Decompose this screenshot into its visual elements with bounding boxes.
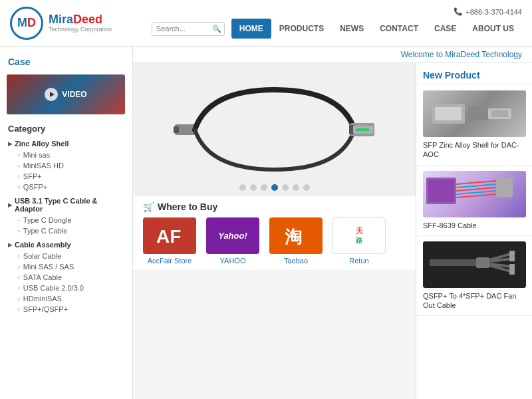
store-retun[interactable]: 天 路 Retun [332,217,386,265]
sff-visual [423,171,516,214]
nav-case[interactable]: CASE [426,19,464,39]
logo-sub: Technology Corporation [49,26,112,33]
svg-rect-15 [428,180,454,202]
svg-rect-13 [491,110,508,117]
sidebar: Case VIDEO Category Zinc Alloy Shell Min… [0,47,133,399]
logo[interactable]: MD MiraDeed Technology Corporation [10,7,112,40]
store-taobao[interactable]: 淘 Taobao [269,217,323,265]
category-child-hdminisas[interactable]: HDminiSAS [0,293,132,304]
svg-rect-11 [468,107,488,120]
svg-line-16 [456,181,496,184]
nav-news[interactable]: NEWS [332,19,372,39]
category-child-usb[interactable]: USB Cable 2.0/3.0 [0,283,132,293]
dot-6[interactable] [293,184,299,191]
taobao-logo: 淘 [269,217,323,254]
category-child-typec-dongle[interactable]: Type C Dongle [0,215,132,225]
case-title: Case [0,53,132,70]
product-qsfp-name: QSFP+ To 4*SFP+ DAC Fan Out Cable [423,291,525,311]
product-sfp-zinc[interactable]: SFP Zinc Alloy Shell for DAC-AOC [416,85,532,166]
svg-rect-10 [435,107,462,120]
sfp-zinc-visual [428,94,521,134]
category-child-minisas-sas[interactable]: Mini SAS / SAS [0,261,132,272]
store-yahoo[interactable]: Yahoo! YAHOO [206,217,259,265]
main-layout: Case VIDEO Category Zinc Alloy Shell Min… [0,47,532,399]
category-zinc: Zinc Alloy Shell Mini sas MiniSAS HD SFP… [0,136,132,194]
retun-logo: 天 路 [332,217,386,254]
svg-rect-31 [509,269,515,275]
phone-icon [454,7,463,16]
svg-rect-28 [509,251,515,256]
logo-text: MiraDeed Technology Corporation [49,13,112,33]
svg-line-18 [456,188,496,191]
svg-rect-21 [496,178,513,198]
svg-line-19 [456,191,496,194]
search-input[interactable] [156,25,209,33]
dot-4[interactable] [271,184,278,191]
play-button[interactable] [45,88,58,101]
logo-name: MiraDeed [49,13,112,27]
new-product-panel: New Product [416,63,532,399]
nav-products[interactable]: PRODUCTS [271,19,332,39]
svg-rect-1 [174,126,179,133]
dot-7[interactable] [303,184,310,191]
svg-rect-23 [476,257,489,268]
product-sfp-zinc-name: SFP Zinc Alloy Shell for DAC-AOC [423,140,525,160]
product-slider[interactable] [133,63,416,196]
accfair-icon: AF [153,223,186,249]
category-child-sfp[interactable]: SFP+ [0,171,132,182]
category-child-qsfp[interactable]: QSFP+ [0,182,132,192]
nav-bar: 🔍 HOME PRODUCTS NEWS CONTACT CASE ABOUT … [152,19,522,39]
nav-home[interactable]: HOME [231,19,271,39]
category-child-sfp-qsfp[interactable]: SFP+/QSFP+ [0,304,132,315]
dot-2[interactable] [250,184,257,191]
svg-rect-5 [356,128,369,131]
category-usb: USB 3.1 Type C Cable & Adaptor Type C Do… [0,194,132,237]
logo-circle: MD [10,7,43,40]
taobao-icon: 淘 [279,223,313,249]
svg-rect-30 [509,264,515,269]
dot-3[interactable] [261,184,267,191]
where-to-buy-title: Where to Buy [143,201,406,212]
product-sfp-zinc-img [423,90,526,137]
category-cable: Cable Assembly Solar Cable Mini SAS / SA… [0,237,132,316]
category-child-solar[interactable]: Solar Cable [0,251,132,261]
content-inner: Where to Buy AF AccFair Store [133,63,532,399]
taobao-label: Taobao [284,257,308,265]
dot-1[interactable] [239,184,246,191]
category-parent-cable[interactable]: Cable Assembly [0,239,132,251]
search-box[interactable]: 🔍 [152,22,225,36]
category-title: Category [0,118,132,136]
nav-about[interactable]: ABOUT US [464,19,522,39]
svg-line-17 [456,184,496,188]
new-product-title: New Product [416,63,532,85]
category-parent-usb[interactable]: USB 3.1 Type C Cable & Adaptor [0,195,132,215]
banner-bar: Welcome to MiraDeed Technology [133,47,532,63]
video-thumbnail[interactable]: VIDEO [7,74,125,114]
svg-rect-29 [509,256,515,261]
header-right: +886-3-370-4144 🔍 HOME PRODUCTS NEWS CON… [152,7,522,39]
svg-line-20 [456,194,496,198]
nav-contact[interactable]: CONTACT [372,19,426,39]
product-qsfp-dac[interactable]: QSFP+ To 4*SFP+ DAC Fan Out Cable [416,236,532,317]
category-child-typec-cable[interactable]: Type C Cable [0,225,132,236]
qsfp-visual [423,241,516,285]
svg-text:AF: AF [156,226,181,247]
logo-initials: MD [17,16,36,30]
category-child-minisashd[interactable]: MiniSAS HD [0,160,132,171]
category-child-minisas[interactable]: Mini sas [0,150,132,160]
svg-text:淘: 淘 [285,227,302,247]
yahoo-label: YAHOO [220,257,246,265]
store-accfair[interactable]: AF AccFair Store [143,217,196,265]
yahoo-logo: Yahoo! [206,217,259,254]
dot-5[interactable] [282,184,289,191]
where-to-buy-section: Where to Buy AF AccFair Store [133,196,416,271]
video-label: VIDEO [62,90,86,99]
search-icon[interactable]: 🔍 [212,25,221,33]
category-parent-zinc[interactable]: Zinc Alloy Shell [0,138,132,150]
retun-label: Retun [349,257,368,265]
product-sff-img [423,171,526,217]
product-sff-name: SFF-8639 Cable [423,221,525,230]
header: MD MiraDeed Technology Corporation +886-… [0,0,532,47]
product-sff-8639[interactable]: SFF-8639 Cable [416,166,532,236]
category-child-sata[interactable]: SATA Cable [0,272,132,283]
